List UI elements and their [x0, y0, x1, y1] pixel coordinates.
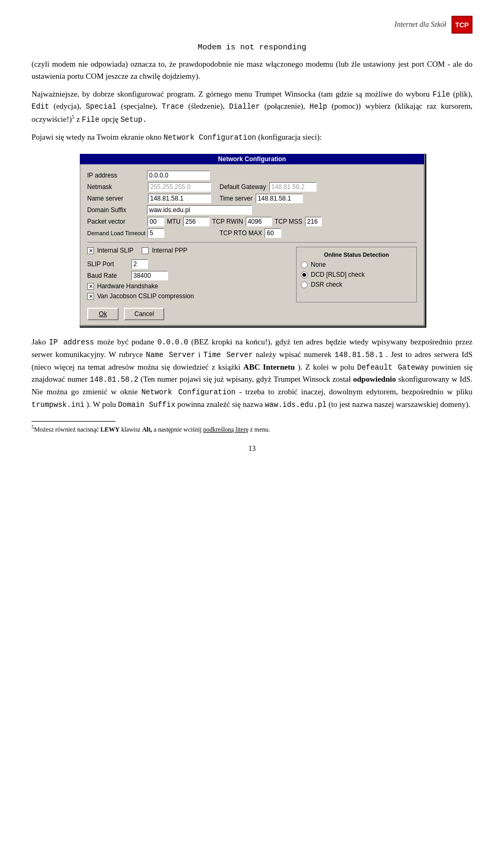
mtu-label: MTU — [167, 218, 181, 225]
time-server-input[interactable]: 148.81.58.1 — [256, 194, 303, 203]
slip-port-label: SLIP Port — [87, 260, 129, 268]
paragraph-2: Najważniejsze, by dobrze skonfigurować p… — [32, 88, 472, 126]
footnote: 5Możesz również nacisnąć LEWY klawisz Al… — [32, 424, 472, 434]
radio-dsr-row[interactable]: DSR check — [301, 281, 412, 288]
dialog-titlebar: Network Configuration — [80, 154, 424, 164]
internal-ppp-checkbox[interactable] — [142, 247, 149, 254]
demand-load-label: Demand Load Timeout (secs) — [87, 230, 145, 236]
radio-none-row[interactable]: None — [301, 261, 412, 268]
name-server-label: Name server — [87, 195, 145, 202]
radio-dcd[interactable] — [301, 271, 308, 278]
ip-label: IP address — [87, 172, 145, 179]
dialog-wrapper: Network Configuration IP address 0.0.0.0… — [32, 153, 472, 327]
network-config-dialog[interactable]: Network Configuration IP address 0.0.0.0… — [79, 153, 425, 327]
bottom-section: Internal SLIP Internal PPP SLIP Port 2 — [87, 247, 417, 302]
after-dialog-p1: Jako IP address może być podane 0.0.0.0 … — [32, 336, 472, 411]
baud-rate-label: Baud Rate — [87, 272, 129, 279]
online-status-title: Online Status Detection — [301, 251, 412, 258]
hardware-handshake-checkbox[interactable] — [87, 283, 94, 290]
name-server-input[interactable]: 148.81.58.1 — [148, 194, 211, 203]
internal-ppp-label: Internal PPP — [152, 247, 187, 254]
radio-none-label: None — [311, 261, 326, 268]
slip-port-row: SLIP Port 2 — [87, 259, 291, 269]
van-jacobson-label: Van Jacobson CSLIP compression — [97, 292, 194, 300]
page-number: 13 — [32, 445, 472, 453]
van-jacobson-checkbox[interactable] — [87, 293, 94, 300]
time-server-label: Time server — [219, 195, 253, 202]
internal-slip-row[interactable]: Internal SLIP — [87, 247, 133, 254]
footer-line — [32, 421, 116, 422]
button-row: Ok Cancel — [87, 308, 417, 320]
default-gateway-label: Default Gateway — [219, 183, 266, 191]
hardware-handshake-row[interactable]: Hardware Handshake — [87, 282, 291, 290]
hardware-handshake-label: Hardware Handshake — [97, 282, 158, 290]
tcp-rto-max-label: TCP RTO MAX — [219, 229, 262, 237]
netmask-label: Netmask — [87, 183, 145, 191]
domain-suffix-input[interactable]: waw.ids.edu.pl — [147, 205, 252, 215]
left-section: Internal SLIP Internal PPP SLIP Port 2 — [87, 247, 291, 302]
radio-dcd-row[interactable]: DCD [RLSD] check — [301, 271, 412, 278]
netmask-input[interactable]: 255.255.255.0 — [148, 182, 211, 192]
tcp-mss-label: TCP MSS — [275, 218, 302, 225]
dialog-body: IP address 0.0.0.0 Netmask 255.255.255.0… — [80, 164, 424, 326]
page: Internet dla Szkół TCP Modem is not resp… — [0, 0, 504, 849]
tcp-rwin-input[interactable]: 4096 — [246, 217, 272, 226]
baud-rate-input[interactable]: 38400 — [131, 271, 168, 280]
internal-slip-checkbox[interactable] — [87, 247, 94, 254]
radio-dsr[interactable] — [301, 281, 308, 288]
demand-load-input[interactable]: 5 — [148, 228, 164, 238]
packet-vector-label: Packet vector — [87, 218, 145, 225]
default-gateway-input[interactable]: 148.81.58.2 — [269, 182, 317, 192]
tcp-logo: TCP — [452, 16, 472, 34]
tcp-rwin-label: TCP RWIN — [212, 218, 243, 225]
paragraph-1: (czyli modem nie odpowiada) oznacza to, … — [32, 58, 472, 83]
slip-port-input[interactable]: 2 — [131, 259, 148, 269]
paragraph-3: Pojawi się wtedy na Twoim ekranie okno N… — [32, 131, 472, 144]
slip-ppp-row: Internal SLIP Internal PPP — [87, 247, 291, 257]
radio-dcd-label: DCD [RLSD] check — [311, 271, 365, 278]
mtu-input[interactable]: 256 — [183, 217, 209, 226]
ip-input[interactable]: 0.0.0.0 — [147, 171, 210, 180]
baud-rate-row: Baud Rate 38400 — [87, 271, 291, 280]
modem-title: Modem is not responding — [32, 43, 472, 52]
radio-dcd-filled — [302, 273, 306, 277]
section-divider — [87, 242, 417, 243]
internal-slip-label: Internal SLIP — [97, 247, 133, 254]
radio-none[interactable] — [301, 261, 308, 268]
ip-row: IP address 0.0.0.0 — [87, 171, 417, 180]
packet-vector-input[interactable]: 00 — [148, 217, 164, 226]
radio-dsr-label: DSR check — [311, 281, 342, 288]
tcp-mss-input[interactable]: 216 — [305, 217, 322, 226]
header-title: Internet dla Szkół — [394, 20, 446, 29]
domain-suffix-row: Domain Suffix waw.ids.edu.pl — [87, 205, 417, 215]
online-status-section: Online Status Detection None DCD [RLSD] … — [296, 247, 417, 302]
cancel-button[interactable]: Cancel — [124, 308, 164, 320]
tcp-rto-max-input[interactable]: 60 — [265, 228, 281, 238]
header: Internet dla Szkół TCP — [32, 16, 472, 34]
domain-suffix-label: Domain Suffix — [87, 206, 145, 214]
internal-ppp-row[interactable]: Internal PPP — [142, 247, 187, 254]
ok-button[interactable]: Ok — [87, 308, 119, 320]
van-jacobson-row[interactable]: Van Jacobson CSLIP compression — [87, 292, 291, 300]
